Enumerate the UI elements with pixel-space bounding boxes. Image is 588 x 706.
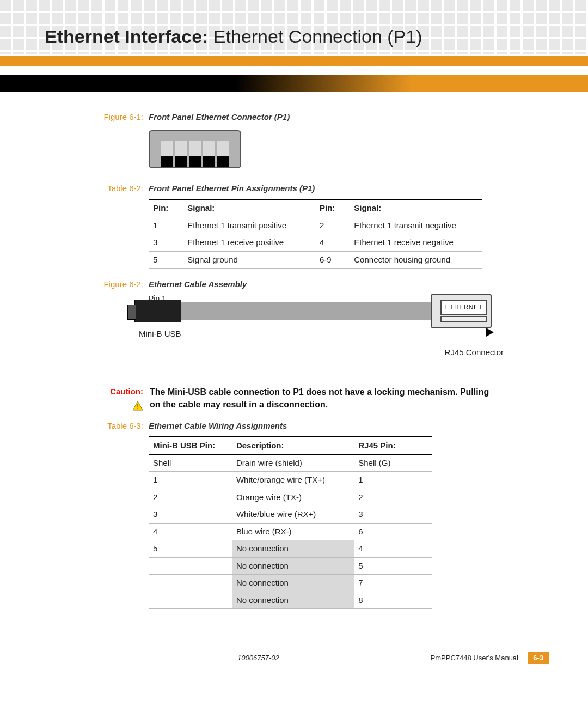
- table-cell: Ethernet 1 receive positive: [183, 234, 315, 252]
- figure-6-1-text: Front Panel Ethernet Connector (P1): [149, 111, 290, 124]
- table-cell: 1: [149, 217, 183, 234]
- table-cell: 4: [149, 523, 232, 540]
- table-cell: 5: [149, 540, 232, 558]
- table-row: 3Ethernet 1 receive positive4Ethernet 1 …: [149, 234, 482, 252]
- gradient-bar: [0, 75, 588, 92]
- table-row: 2Orange wire (TX-)2: [149, 489, 432, 506]
- table-cell: Shell: [149, 454, 232, 472]
- figure-6-2-label: Figure 6-2:: [101, 278, 143, 291]
- table-row: ShellDrain wire (shield)Shell (G): [149, 454, 432, 472]
- table-cell: [149, 575, 232, 592]
- table-cell: No connection: [232, 592, 354, 609]
- table-cell: 4: [354, 540, 432, 558]
- table-row: 4Blue wire (RX-)6: [149, 523, 432, 540]
- table-cell: No connection: [232, 557, 354, 575]
- connector-illustration: [149, 130, 241, 168]
- table-cell: 3: [149, 506, 232, 524]
- table-6-2-text: Front Panel Ethernet Pin Assignments (P1…: [149, 182, 315, 195]
- table-row: No connection8: [149, 592, 432, 609]
- table-cell: Ethernet 1 receive negative: [350, 234, 482, 252]
- figure-6-1: [149, 130, 493, 168]
- table-6-3: Mini-B USB Pin: Description: RJ45 Pin: S…: [149, 436, 432, 609]
- rj45-connector-label: RJ45 Connector: [445, 346, 504, 359]
- table-cell: 1: [149, 472, 232, 489]
- pin-slot: [175, 141, 187, 167]
- rj45-plug: ETHERNET: [431, 294, 492, 328]
- figure-6-1-label: Figure 6-1:: [101, 111, 143, 124]
- table-cell: Drain wire (shield): [232, 454, 354, 472]
- table-cell: Orange wire (TX-): [232, 489, 354, 506]
- table-cell: 1: [354, 472, 432, 489]
- table-cell: 8: [354, 592, 432, 609]
- caution-text: The Mini-USB cable connection to P1 does…: [150, 386, 493, 415]
- pin-slot: [217, 141, 229, 167]
- table-cell: 2: [354, 489, 432, 506]
- manual-name: PmPPC7448 User's Manual: [431, 654, 518, 662]
- figure-6-2: ETHERNET Mini-B USB RJ45 Connector: [139, 302, 493, 362]
- pin-slot: [161, 141, 173, 167]
- th-pin: Pin:: [315, 199, 350, 217]
- table-cell: 2: [315, 217, 350, 234]
- table-cell: 5: [149, 251, 183, 269]
- table-row: No connection7: [149, 575, 432, 592]
- th-description: Description:: [232, 437, 354, 454]
- table-cell: No connection: [232, 575, 354, 592]
- th-signal: Signal:: [350, 199, 482, 217]
- table-cell: [149, 592, 232, 609]
- table-cell: 4: [315, 234, 350, 252]
- pin-slot: [203, 141, 215, 167]
- document-number: 10006757-02: [237, 654, 279, 662]
- table-cell: Connector housing ground: [350, 251, 482, 269]
- table-cell: 7: [354, 575, 432, 592]
- table-cell: 6: [354, 523, 432, 540]
- table-cell: Ethernet 1 transmit positive: [183, 217, 315, 234]
- table-row: 3White/blue wire (RX+)3: [149, 506, 432, 524]
- th-signal: Signal:: [183, 199, 315, 217]
- th-minib-pin: Mini-B USB Pin:: [149, 437, 232, 454]
- table-cell: No connection: [232, 540, 354, 558]
- table-cell: Shell (G): [354, 454, 432, 472]
- page-title-bold: Ethernet Interface:: [45, 26, 208, 47]
- table-6-3-label: Table 6-3:: [101, 420, 143, 433]
- table-6-2-caption: Table 6-2: Front Panel Ethernet Pin Assi…: [101, 182, 493, 195]
- table-cell: 5: [354, 557, 432, 575]
- table-6-2-label: Table 6-2:: [101, 182, 143, 195]
- caution-block: Caution: ! The Mini-USB cable connection…: [101, 386, 493, 415]
- page-title: Ethernet Interface: Ethernet Connection …: [45, 26, 422, 47]
- figure-6-2-text: Ethernet Cable Assembly: [149, 278, 247, 291]
- mini-b-usb-label: Mini-B USB: [139, 328, 181, 340]
- cable-body: [151, 302, 433, 320]
- table-cell: 3: [149, 234, 183, 252]
- page-number: 6-3: [528, 652, 549, 664]
- th-pin: Pin:: [149, 199, 183, 217]
- table-cell: Signal ground: [183, 251, 315, 269]
- pin-slot: [189, 141, 201, 167]
- main-content: Figure 6-1: Front Panel Ethernet Connect…: [101, 108, 493, 609]
- figure-6-2-caption: Figure 6-2: Ethernet Cable Assembly: [101, 278, 493, 291]
- table-6-3-caption: Table 6-3: Ethernet Cable Wiring Assignm…: [101, 420, 493, 433]
- caution-left: Caution: !: [101, 386, 143, 415]
- table-cell: 3: [354, 506, 432, 524]
- table-cell: Ethernet 1 transmit negative: [350, 217, 482, 234]
- arrow-icon: [486, 328, 494, 337]
- table-cell: 6-9: [315, 251, 350, 269]
- warning-triangle-icon: !: [132, 401, 143, 411]
- table-cell: Blue wire (RX-): [232, 523, 354, 540]
- table-cell: 2: [149, 489, 232, 506]
- rj45-tab: [440, 316, 487, 322]
- table-row: 5Signal ground6-9Connector housing groun…: [149, 251, 482, 269]
- table-row: 1Ethernet 1 transmit positive2Ethernet 1…: [149, 217, 482, 234]
- orange-bar: [0, 56, 588, 66]
- page-title-rest: Ethernet Connection (P1): [208, 26, 422, 47]
- mini-b-plug: [134, 300, 181, 322]
- table-cell: [149, 557, 232, 575]
- table-6-3-text: Ethernet Cable Wiring Assignments: [149, 420, 287, 433]
- table-row: 1White/orange wire (TX+)1: [149, 472, 432, 489]
- ethernet-label: ETHERNET: [440, 300, 487, 315]
- table-row: No connection5: [149, 557, 432, 575]
- table-row: 5No connection4: [149, 540, 432, 558]
- figure-6-1-caption: Figure 6-1: Front Panel Ethernet Connect…: [101, 111, 493, 124]
- caution-label: Caution:: [101, 386, 143, 398]
- table-cell: White/orange wire (TX+): [232, 472, 354, 489]
- table-cell: White/blue wire (RX+): [232, 506, 354, 524]
